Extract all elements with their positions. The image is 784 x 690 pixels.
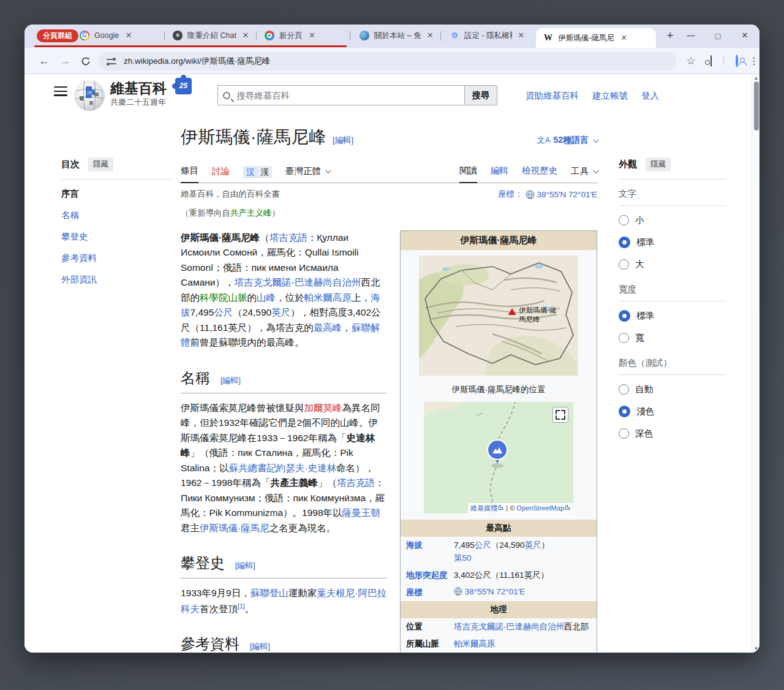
toc-hide-button[interactable]: 隱藏	[88, 157, 113, 172]
section-edit-link[interactable]: [編輯]	[235, 561, 255, 570]
scrollbar-thumb[interactable]	[754, 82, 759, 131]
prominence-label[interactable]: 地形突起度	[406, 570, 454, 581]
reload-icon[interactable]	[77, 53, 94, 70]
osm-map[interactable]: 維基媒體 | © OpenStreetMap	[424, 402, 573, 514]
toc-item-references[interactable]: 參考資料	[61, 252, 172, 264]
radio-icon[interactable]	[619, 428, 629, 439]
appearance-hide-button[interactable]: 隱藏	[646, 157, 671, 172]
hamburger-menu-icon[interactable]	[54, 86, 67, 96]
minimize-button[interactable]: —	[679, 25, 703, 47]
tab-edit[interactable]: 編輯	[491, 165, 508, 183]
radio-text-large[interactable]: 大	[619, 259, 726, 270]
title-edit-link[interactable]: [編輯]	[333, 135, 354, 146]
coordinates-value-link[interactable]: 38°55′N 72°01′E	[465, 587, 525, 596]
variant-toggle[interactable]: 汉 漢	[243, 166, 272, 183]
tab-article[interactable]: 條目	[181, 165, 198, 183]
radio-color-dark[interactable]: 深色	[619, 428, 726, 439]
tab-close-icon[interactable]: ✕	[619, 33, 629, 43]
tab-close-icon[interactable]: ✕	[124, 31, 134, 40]
wikipedia-globe-logo[interactable]: 25	[74, 78, 105, 115]
toc-item-intro[interactable]: 序言	[61, 188, 172, 200]
donate-link[interactable]: 資助維基百科	[526, 91, 579, 100]
forward-icon[interactable]: →	[56, 53, 74, 70]
wikimedia-link[interactable]: 維基媒體	[470, 504, 497, 512]
infobox-row-coordinates: 座標 38°55′N 72°01′E	[401, 584, 597, 601]
radio-icon[interactable]	[619, 310, 630, 322]
tab-close-icon[interactable]: ✕	[426, 31, 434, 40]
tab-read[interactable]: 閱讀	[459, 165, 477, 183]
tab-wikipedia-active[interactable]: W 伊斯瑪儀-薩馬尼 ✕	[536, 28, 656, 48]
tab-google[interactable]: Google ✕	[72, 25, 163, 47]
create-account-link[interactable]: 建立帳號	[592, 91, 628, 100]
variant-hant[interactable]: 漢	[258, 166, 273, 178]
bookmark-star-icon[interactable]: ☆	[683, 53, 699, 69]
fullscreen-icon[interactable]	[552, 407, 568, 423]
variant-dropdown[interactable]: 臺灣正體	[285, 165, 330, 183]
tab-chatgpt[interactable]: 隆重介紹 ChatG ✕	[165, 25, 255, 47]
wiki-wordmark[interactable]: 維基百科	[110, 79, 167, 98]
browser-toolbar: ← → zh.wikipedia.org/wiki/伊斯瑪儀·薩馬尼峰 ☆ ⋮	[24, 48, 760, 74]
wiki-header: 25 維基百科 25 共慶二十五週年 搜尋 資助維基百科 建立帳號 登入	[24, 74, 751, 118]
toc-item-external[interactable]: 外部資訊	[61, 274, 172, 286]
toc-item-name[interactable]: 名稱	[61, 210, 172, 221]
wiki-tagline: 共慶二十五週年	[110, 97, 166, 108]
tab-talk[interactable]: 討論	[212, 165, 230, 183]
radio-icon[interactable]	[619, 259, 629, 270]
radio-icon[interactable]	[619, 406, 630, 417]
address-bar[interactable]: zh.wikipedia.org/wiki/伊斯瑪儀·薩馬尼峰	[98, 52, 677, 70]
variant-hans[interactable]: 汉	[243, 166, 258, 178]
tools-dropdown[interactable]: 工具	[571, 165, 597, 183]
radio-label: 自動	[635, 384, 653, 395]
kebab-menu-icon[interactable]: ⋮	[746, 53, 760, 69]
language-selector-button[interactable]: 文A 52種語言	[537, 135, 597, 146]
tab-newtab[interactable]: 新分頁 ✕	[257, 25, 347, 47]
tab-about-site[interactable]: 關於本站 – 免費 ✕	[352, 25, 439, 47]
tab-title: 伊斯瑪儀-薩馬尼	[558, 33, 614, 44]
section-heading-references: 參考資料 [編輯]	[181, 632, 387, 653]
radio-icon[interactable]	[619, 237, 630, 248]
radio-icon[interactable]	[619, 384, 629, 395]
back-icon[interactable]: ←	[36, 53, 53, 70]
radio-color-light[interactable]: 淺色	[619, 406, 726, 417]
toolbar-divider	[723, 56, 724, 65]
radio-color-auto[interactable]: 自動	[619, 384, 726, 395]
elevation-label[interactable]: 海拔	[406, 540, 454, 564]
search-input[interactable]	[236, 91, 459, 100]
tab-history[interactable]: 檢視歷史	[522, 165, 557, 183]
range-value-link[interactable]: 帕米爾高原	[454, 639, 591, 650]
search-button[interactable]: 搜尋	[464, 85, 497, 105]
tab-close-icon[interactable]: ✕	[241, 31, 250, 40]
profile-icon[interactable]	[729, 53, 745, 69]
radio-icon[interactable]	[619, 215, 629, 226]
search-box[interactable]	[217, 85, 464, 105]
tab-close-icon[interactable]: ✕	[307, 31, 317, 40]
page-coordinates[interactable]: 座標： 38°55′N 72°01′E	[498, 189, 597, 200]
reading-list-icon[interactable]	[703, 53, 719, 69]
login-link[interactable]: 登入	[641, 91, 659, 100]
section-edit-link[interactable]: [編輯]	[250, 642, 270, 651]
toc-item-climbing[interactable]: 攀登史	[61, 231, 172, 243]
radio-width-standard[interactable]: 標準	[619, 310, 726, 322]
radio-width-wide[interactable]: 寬	[619, 332, 726, 344]
scroll-down-icon[interactable]: ▼	[752, 646, 760, 651]
radio-text-small[interactable]: 小	[619, 214, 726, 226]
elevation-rank-link[interactable]: 第50	[454, 553, 591, 564]
browser-window: 分頁群組 Google ✕ 隆重介紹 ChatG ✕ 新分頁 ✕ 關於本站 – …	[24, 25, 760, 653]
site-info-icon[interactable]	[107, 58, 116, 65]
close-window-button[interactable]: ✕	[733, 25, 757, 47]
tab-close-icon[interactable]: ✕	[517, 31, 526, 40]
coordinates-label[interactable]: 座標	[406, 587, 454, 598]
section-edit-link[interactable]: [編輯]	[221, 376, 241, 385]
radio-text-standard[interactable]: 標準	[619, 237, 726, 248]
tab-settings[interactable]: ⚙ 設定 - 隱私權和 ✕	[442, 25, 530, 47]
scroll-up-icon[interactable]: ▲	[752, 75, 760, 81]
maximize-button[interactable]: ▢	[706, 25, 730, 47]
page-scrollbar[interactable]: ▲ ▼	[752, 74, 760, 653]
radio-icon[interactable]	[619, 333, 629, 343]
chevron-down-icon	[593, 137, 599, 143]
redirect-note: （重新導向自共产主义峰）	[181, 208, 597, 219]
tab-strip: 分頁群組 Google ✕ 隆重介紹 ChatG ✕ 新分頁 ✕ 關於本站 – …	[24, 25, 760, 48]
new-tab-button[interactable]: +	[663, 29, 677, 44]
radio-label: 深色	[635, 428, 653, 439]
osm-link[interactable]: OpenStreetMap	[516, 504, 564, 512]
